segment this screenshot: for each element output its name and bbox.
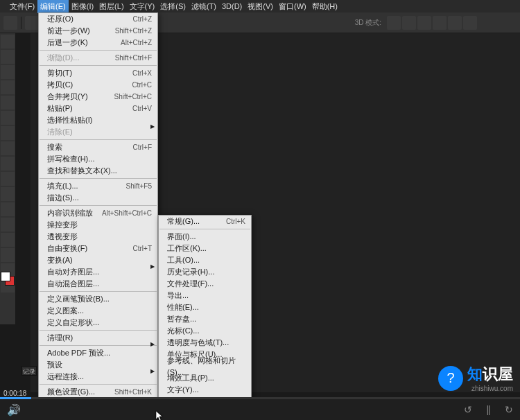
eyedropper-tool[interactable] — [1, 111, 15, 125]
menu-选择[interactable]: 选择(S) — [157, 0, 189, 13]
edit-menu-item-18[interactable]: 描边(S)... — [39, 192, 157, 204]
healing-tool[interactable] — [1, 126, 15, 140]
3d-btn[interactable] — [402, 16, 416, 30]
prefs-menu-item-5[interactable]: 历史记录(H)... — [159, 266, 251, 278]
edit-menu-item-9[interactable]: 粘贴(P)Ctrl+V — [39, 103, 157, 114]
edit-menu-item-29[interactable]: 定义图案... — [39, 305, 157, 317]
edit-menu-item-30[interactable]: 定义自定形状... — [39, 317, 157, 329]
edit-menu-item-10[interactable]: 选择性粘贴(I) — [39, 114, 157, 126]
mode-label: 3D 模式: — [355, 18, 381, 28]
3d-btn[interactable] — [417, 16, 431, 30]
speaker-icon[interactable]: 🔊 — [7, 403, 21, 417]
menu-编辑[interactable]: 编辑(E) — [37, 0, 69, 13]
edit-menu-item-13[interactable]: 搜索Ctrl+F — [39, 141, 157, 153]
timeline-tab[interactable]: 记录 — [21, 366, 37, 376]
edit-menu-item-4: 渐隐(D)...Shift+Ctrl+F — [39, 52, 157, 64]
prefs-menu-item-13[interactable]: 参考线、网格和切片(S)... — [159, 360, 251, 372]
edit-menu-item-1[interactable]: 前进一步(W)Shift+Ctrl+Z — [39, 25, 157, 37]
prefs-menu-item-0[interactable]: 常规(G)...Ctrl+K — [159, 216, 251, 227]
menubar: 文件(F)编辑(E)图像(I)图层(L)文字(Y)选择(S)滤镜(T)3D(D)… — [0, 0, 520, 12]
foreground-color-swatch[interactable] — [1, 272, 10, 281]
marquee-tool[interactable] — [1, 50, 15, 64]
prefs-menu-item-7[interactable]: 导出... — [159, 290, 251, 301]
prefs-menu-item-15[interactable]: 文字(Y)... — [159, 384, 251, 396]
logo-url: zhishiwu.com — [467, 385, 513, 392]
prefs-menu-item-11[interactable]: 透明度与色域(T)... — [159, 337, 251, 349]
edit-menu-item-35[interactable]: 预设 — [39, 359, 157, 371]
menu-文字[interactable]: 文字(Y) — [127, 0, 158, 13]
3d-btn[interactable] — [448, 16, 462, 30]
tool-preset-button[interactable] — [3, 16, 17, 30]
edit-menu-item-11: 清除(E) — [39, 126, 157, 138]
menu-滤镜[interactable]: 滤镜(T) — [189, 0, 219, 13]
prefs-menu-item-6[interactable]: 文件处理(F)... — [159, 278, 251, 290]
edit-menu-item-6[interactable]: 剪切(T)Ctrl+X — [39, 67, 157, 79]
edit-menu-item-14[interactable]: 拼写检查(H)... — [39, 153, 157, 165]
wand-tool[interactable] — [1, 80, 15, 94]
menu-3d[interactable]: 3D(D) — [219, 1, 245, 12]
menu-图层[interactable]: 图层(L) — [96, 0, 126, 13]
edit-menu-item-28[interactable]: 定义画笔预设(B)... — [39, 293, 157, 305]
prefs-menu-item-8[interactable]: 性能(E)... — [159, 301, 251, 313]
option-btn[interactable] — [25, 16, 39, 30]
edit-menu-item-17[interactable]: 填充(L)...Shift+F5 — [39, 180, 157, 192]
crop-tool[interactable] — [1, 96, 15, 110]
prefs-menu-item-4[interactable]: 工具(O)... — [159, 254, 251, 266]
player-controls: ↺ ‖ ↻ — [464, 404, 513, 415]
edit-menu-item-2[interactable]: 后退一步(K)Alt+Ctrl+Z — [39, 37, 157, 49]
history-brush-tool[interactable] — [1, 172, 15, 186]
edit-menu-item-15[interactable]: 查找和替换文本(X)... — [39, 165, 157, 177]
dodge-tool[interactable] — [1, 233, 15, 247]
edit-menu-item-0[interactable]: 还原(O)Ctrl+Z — [39, 13, 157, 25]
move-tool[interactable] — [1, 35, 15, 49]
watermark-logo: ? 知识屋 zhishiwu.com — [438, 364, 513, 392]
menu-文件[interactable]: 文件(F) — [7, 0, 37, 13]
prefs-menu-item-2[interactable]: 界面(I)... — [159, 231, 251, 243]
edit-menu-item-24[interactable]: 变换(A) — [39, 254, 157, 266]
prefs-menu-item-3[interactable]: 工作区(K)... — [159, 243, 251, 254]
edit-menu-item-32[interactable]: 清理(R) — [39, 332, 157, 344]
gradient-tool[interactable] — [1, 202, 15, 216]
menu-视图[interactable]: 视图(V) — [245, 0, 276, 13]
edit-menu-item-38[interactable]: 颜色设置(G)...Shift+Ctrl+K — [39, 386, 157, 398]
edit-menu-item-7[interactable]: 拷贝(C)Ctrl+C — [39, 79, 157, 91]
logo-badge-icon: ? — [438, 366, 463, 391]
menu-窗口[interactable]: 窗口(W) — [276, 0, 309, 13]
edit-menu-item-23[interactable]: 自由变换(F)Ctrl+T — [39, 243, 157, 254]
edit-menu-dropdown: 还原(O)Ctrl+Z前进一步(W)Shift+Ctrl+Z后退一步(K)Alt… — [38, 12, 158, 420]
preferences-submenu: 常规(G)...Ctrl+K界面(I)...工作区(K)...工具(O)...历… — [158, 215, 252, 420]
edit-menu-item-34[interactable]: Adobe PDF 预设... — [39, 347, 157, 359]
prefs-menu-item-10[interactable]: 光标(C)... — [159, 325, 251, 337]
prefs-menu-item-14[interactable]: 增效工具(P)... — [159, 372, 251, 384]
stamp-tool[interactable] — [1, 157, 15, 170]
3d-btn[interactable] — [387, 16, 401, 30]
edit-menu-item-21[interactable]: 操控变形 — [39, 219, 157, 231]
rewind-button[interactable]: ↺ — [464, 404, 472, 415]
edit-menu-item-20[interactable]: 内容识别缩放Alt+Shift+Ctrl+C — [39, 207, 157, 219]
3d-btn[interactable] — [433, 16, 447, 30]
menu-图像[interactable]: 图像(I) — [69, 0, 96, 13]
color-swatches[interactable] — [0, 270, 15, 291]
edit-menu-item-22[interactable]: 透视变形 — [39, 231, 157, 243]
edit-menu-item-8[interactable]: 合并拷贝(Y)Shift+Ctrl+C — [39, 91, 157, 103]
edit-menu-item-36[interactable]: 远程连接... — [39, 371, 157, 383]
brush-tool[interactable] — [1, 141, 15, 155]
edit-menu-item-25[interactable]: 自动对齐图层... — [39, 266, 157, 278]
menu-帮助[interactable]: 帮助(H) — [309, 0, 340, 13]
prefs-menu-item-9[interactable]: 暂存盘... — [159, 313, 251, 325]
playback-timestamp: 0:00:18 — [3, 390, 26, 397]
3d-btn[interactable] — [463, 16, 477, 30]
forward-button[interactable]: ↻ — [505, 404, 513, 415]
pen-tool[interactable] — [1, 248, 15, 262]
player-bar: 🔊 ↺ ‖ ↻ — [0, 399, 520, 420]
pause-button[interactable]: ‖ — [486, 404, 491, 415]
eraser-tool[interactable] — [1, 187, 15, 201]
lasso-tool[interactable] — [1, 65, 15, 79]
edit-menu-item-26[interactable]: 自动混合图层... — [39, 278, 157, 290]
blur-tool[interactable] — [1, 218, 15, 231]
